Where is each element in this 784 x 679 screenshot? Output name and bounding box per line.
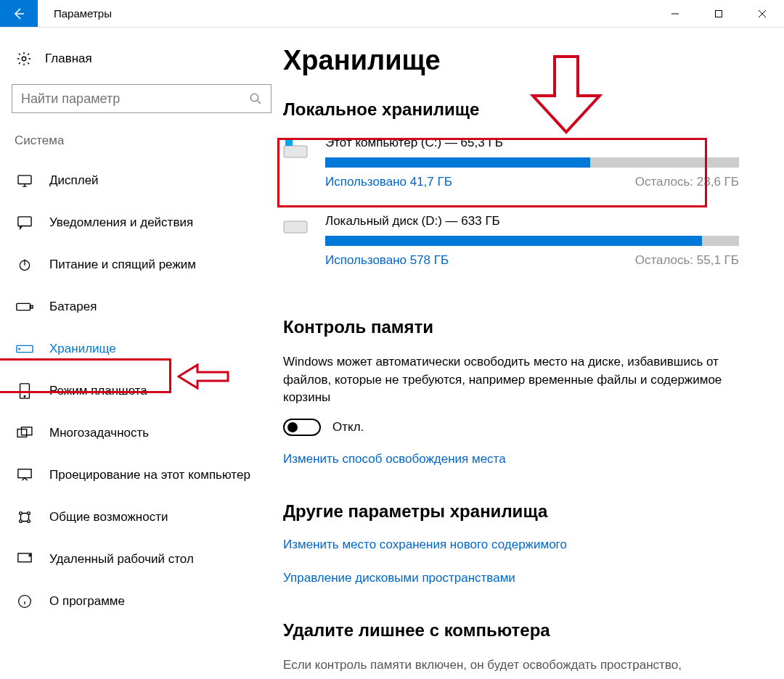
project-icon: [16, 468, 33, 482]
sidebar-item-projecting[interactable]: Проецирование на этот компьютер: [12, 454, 271, 496]
multitask-icon: [16, 427, 33, 440]
sidebar-item-remote[interactable]: Удаленный рабочий стол: [12, 538, 271, 580]
drive-d-remaining: Осталось: 55,1 ГБ: [635, 253, 739, 268]
section-other-heading: Другие параметры хранилища: [283, 501, 739, 522]
storage-sense-toggle[interactable]: [283, 419, 321, 436]
svg-rect-3: [18, 176, 31, 184]
search-input-wrapper[interactable]: [12, 84, 271, 113]
svg-point-15: [20, 512, 23, 515]
drive-c-icon: [283, 136, 309, 189]
drive-c-title: Этот компьютер (C:) — 65,3 ГБ: [325, 136, 739, 150]
battery-icon: [16, 302, 33, 312]
sidebar-item-label: Питание и спящий режим: [49, 258, 196, 272]
drive-c-fill: [325, 157, 590, 168]
storage-sense-toggle-row: Откл.: [283, 419, 739, 436]
svg-rect-7: [30, 305, 33, 308]
sidebar-item-battery[interactable]: Батарея: [12, 286, 271, 328]
storage-icon: [16, 345, 33, 353]
sidebar-item-power[interactable]: Питание и спящий режим: [12, 244, 271, 286]
drive-c-block[interactable]: Этот компьютер (C:) — 65,3 ГБ Использова…: [283, 136, 739, 189]
main-content: Хранилище Локальное хранилище Этот компь…: [283, 28, 784, 679]
sidebar-item-label: Проецирование на этот компьютер: [49, 468, 250, 482]
close-icon: [758, 9, 767, 18]
section-sense-heading: Контроль памяти: [283, 317, 739, 337]
info-icon: [16, 594, 33, 609]
sidebar-item-label: Хранилище: [49, 342, 116, 356]
window-title: Параметры: [38, 0, 653, 27]
svg-point-16: [28, 512, 30, 515]
svg-rect-14: [18, 469, 31, 478]
display-icon: [16, 174, 33, 187]
drive-d-icon: [283, 214, 309, 268]
svg-rect-12: [17, 429, 27, 437]
toggle-knob: [287, 422, 298, 432]
sidebar-item-label: Дисплей: [49, 173, 99, 188]
sidebar-item-label: Уведомления и действия: [49, 215, 193, 230]
svg-point-1: [22, 57, 26, 61]
drive-d-bar: [325, 236, 739, 246]
svg-rect-22: [285, 139, 293, 146]
power-icon: [16, 258, 33, 272]
remote-icon: [16, 552, 33, 567]
svg-point-17: [20, 520, 23, 523]
svg-point-18: [28, 520, 30, 523]
svg-rect-23: [284, 221, 307, 233]
sense-description: Windows может автоматически освободить м…: [283, 353, 739, 407]
sidebar-item-tablet[interactable]: Режим планшета: [12, 370, 271, 412]
cleanup-description: Если контроль памяти включен, он будет о…: [283, 657, 739, 675]
minimize-icon: [671, 9, 679, 18]
sidebar-item-label: Режим планшета: [49, 384, 147, 398]
maximize-button[interactable]: [697, 0, 740, 27]
page-title: Хранилище: [283, 45, 739, 76]
sidebar-item-about[interactable]: О программе: [12, 580, 271, 622]
sidebar-item-display[interactable]: Дисплей: [12, 160, 271, 202]
drive-c-stats: Использовано 41,7 ГБ Осталось: 23,6 ГБ: [325, 175, 739, 189]
sidebar-item-label: Многозадачность: [49, 426, 149, 440]
svg-point-2: [250, 94, 258, 102]
arrow-left-icon: [12, 7, 26, 21]
maximize-icon: [714, 9, 723, 18]
change-free-link[interactable]: Изменить способ освобождения места: [283, 452, 506, 466]
sidebar-item-storage[interactable]: Хранилище: [12, 328, 271, 370]
drive-c-body: Этот компьютер (C:) — 65,3 ГБ Использова…: [325, 136, 739, 189]
close-button[interactable]: [740, 0, 784, 27]
svg-rect-6: [17, 303, 30, 310]
section-cleanup-heading: Удалите лишнее с компьютера: [283, 620, 739, 641]
drive-d-title: Локальный диск (D:) — 633 ГБ: [325, 214, 739, 229]
svg-point-11: [24, 395, 25, 397]
drive-d-stats: Использовано 578 ГБ Осталось: 55,1 ГБ: [325, 253, 739, 268]
drive-c-bar: [325, 157, 739, 168]
body: Главная Система Дисплей Уведомления и де…: [0, 28, 784, 679]
sidebar-item-shared[interactable]: Общие возможности: [12, 496, 271, 538]
svg-rect-21: [284, 146, 307, 157]
section-local-heading: Локальное хранилище: [283, 99, 739, 120]
sidebar-home[interactable]: Главная: [12, 44, 271, 74]
change-save-location-link[interactable]: Изменить место сохранения нового содержи…: [283, 538, 567, 552]
sidebar-item-notifications[interactable]: Уведомления и действия: [12, 202, 271, 244]
svg-rect-4: [18, 217, 31, 226]
svg-point-9: [19, 348, 20, 350]
sidebar-item-label: Удаленный рабочий стол: [49, 552, 194, 567]
minimize-button[interactable]: [653, 0, 697, 27]
back-button[interactable]: [0, 0, 38, 27]
svg-rect-0: [716, 10, 722, 17]
search-input[interactable]: [21, 91, 262, 107]
sidebar-item-label: Батарея: [49, 300, 97, 314]
sidebar-item-label: О программе: [49, 594, 125, 609]
drive-d-used: Использовано 578 ГБ: [325, 253, 449, 268]
titlebar: Параметры: [0, 0, 784, 28]
gear-icon: [16, 51, 32, 67]
drive-d-body: Локальный диск (D:) — 633 ГБ Использован…: [325, 214, 739, 268]
shared-icon: [16, 509, 33, 525]
drive-d-block[interactable]: Локальный диск (D:) — 633 ГБ Использован…: [283, 214, 739, 268]
tablet-icon: [16, 383, 33, 399]
sidebar-section-label: Система: [15, 133, 271, 148]
toggle-state-label: Откл.: [332, 420, 364, 435]
chat-icon: [16, 215, 33, 230]
sidebar-item-multitasking[interactable]: Многозадачность: [12, 412, 271, 454]
manage-storage-spaces-link[interactable]: Управление дисковыми пространствами: [283, 571, 515, 585]
sidebar: Главная Система Дисплей Уведомления и де…: [0, 28, 283, 679]
drive-d-fill: [325, 236, 702, 246]
drive-c-used: Использовано 41,7 ГБ: [325, 175, 452, 189]
search-icon: [249, 92, 262, 105]
